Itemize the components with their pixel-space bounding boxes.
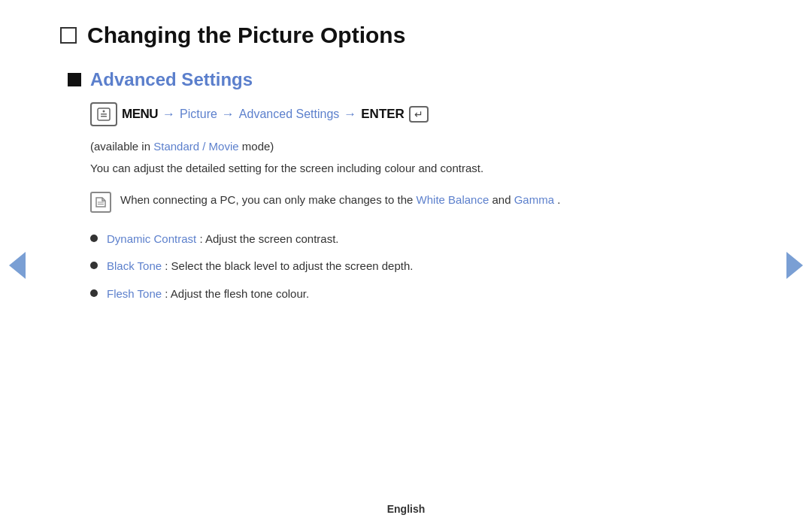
list-item: Dynamic Contrast : Adjust the screen con… bbox=[90, 231, 752, 248]
available-link: Standard / Movie bbox=[153, 140, 238, 153]
nav-next-button[interactable] bbox=[786, 252, 803, 279]
arrow-icon-3: → bbox=[344, 107, 356, 122]
dynamic-contrast-desc: : Adjust the screen contrast. bbox=[199, 232, 338, 245]
bullet-dot-icon bbox=[90, 289, 98, 297]
advanced-settings-section: Advanced Settings MENU → Picture → Advan… bbox=[68, 69, 752, 302]
bullet-item-text: Black Tone : Select the black level to a… bbox=[107, 258, 413, 275]
list-item: Black Tone : Select the black level to a… bbox=[90, 258, 752, 275]
page-title: Changing the Picture Options bbox=[87, 23, 405, 48]
content-body: (available in Standard / Movie mode) You… bbox=[90, 140, 752, 302]
enter-label: ENTER bbox=[361, 107, 404, 122]
note-text-mid: and bbox=[492, 193, 514, 206]
bullet-item-text: Flesh Tone : Adjust the flesh tone colou… bbox=[107, 286, 309, 303]
arrow-icon-1: → bbox=[162, 107, 175, 122]
white-balance-link: White Balance bbox=[417, 193, 489, 206]
title-checkbox-icon bbox=[60, 27, 77, 44]
bullet-item-text: Dynamic Contrast : Adjust the screen con… bbox=[107, 231, 338, 248]
nav-prev-button[interactable] bbox=[9, 252, 26, 279]
available-prefix: (available in bbox=[90, 140, 153, 153]
dynamic-contrast-link: Dynamic Contrast bbox=[107, 232, 196, 245]
feature-list: Dynamic Contrast : Adjust the screen con… bbox=[90, 231, 752, 303]
bullet-dot-icon bbox=[90, 262, 98, 269]
bullet-dot-icon bbox=[90, 235, 98, 242]
black-tone-desc: : Select the black level to adjust the s… bbox=[165, 259, 413, 272]
note-box: When connecting a PC, you can only make … bbox=[90, 191, 752, 213]
arrow-icon-2: → bbox=[222, 107, 235, 122]
footer-language: English bbox=[387, 503, 426, 515]
available-suffix: mode) bbox=[242, 140, 274, 153]
main-title-row: Changing the Picture Options bbox=[60, 23, 752, 48]
svg-point-1 bbox=[103, 111, 105, 113]
page-container: Changing the Picture Options Advanced Se… bbox=[0, 0, 812, 343]
black-tone-link: Black Tone bbox=[107, 259, 162, 272]
svg-rect-3 bbox=[101, 116, 107, 117]
list-item: Flesh Tone : Adjust the flesh tone colou… bbox=[90, 286, 752, 303]
enter-icon: ↵ bbox=[409, 106, 429, 123]
menu-remote-icon bbox=[90, 102, 117, 126]
note-text: When connecting a PC, you can only make … bbox=[120, 191, 560, 209]
flesh-tone-link: Flesh Tone bbox=[107, 287, 162, 300]
note-text-after: . bbox=[557, 193, 560, 206]
menu-label: MENU bbox=[122, 107, 158, 122]
gamma-link: Gamma bbox=[514, 193, 554, 206]
flesh-tone-desc: : Adjust the flesh tone colour. bbox=[165, 287, 309, 300]
section-bullet-icon bbox=[68, 73, 81, 86]
menu-path: MENU → Picture → Advanced Settings → ENT… bbox=[90, 102, 752, 126]
svg-rect-2 bbox=[101, 114, 107, 115]
note-text-before: When connecting a PC, you can only make … bbox=[120, 193, 417, 206]
available-text: (available in Standard / Movie mode) bbox=[90, 140, 752, 153]
menu-advanced-link[interactable]: Advanced Settings bbox=[239, 108, 339, 121]
menu-picture-link[interactable]: Picture bbox=[180, 108, 217, 121]
section-header: Advanced Settings bbox=[68, 69, 752, 90]
note-icon bbox=[90, 192, 111, 213]
section-title: Advanced Settings bbox=[90, 69, 253, 90]
description-text: You can adjust the detailed setting for … bbox=[90, 160, 752, 177]
